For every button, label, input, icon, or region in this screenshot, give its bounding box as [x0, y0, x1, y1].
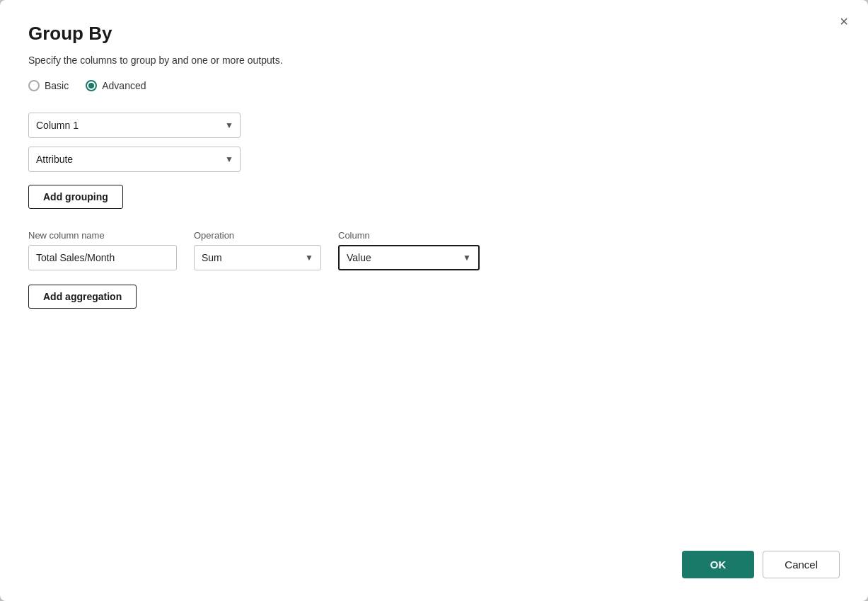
- column-agg-dropdown[interactable]: Value Column 1 Column 2: [347, 252, 471, 263]
- operation-dropdown[interactable]: Sum Count Average Min Max: [202, 252, 313, 263]
- group-by-dialog: × Group By Specify the columns to group …: [0, 0, 868, 601]
- operation-label: Operation: [194, 230, 321, 241]
- advanced-radio-option[interactable]: Advanced: [86, 80, 146, 91]
- new-column-input[interactable]: [28, 245, 177, 270]
- close-button[interactable]: ×: [834, 11, 854, 31]
- dialog-footer: OK Cancel: [28, 522, 840, 578]
- new-column-label: New column name: [28, 230, 177, 241]
- advanced-radio[interactable]: [86, 80, 97, 91]
- dialog-subtitle: Specify the columns to group by and one …: [28, 55, 840, 66]
- column-agg-field: Column Value Column 1 Column 2 ▼: [338, 230, 480, 270]
- attribute-dropdown-wrapper: Attribute Option 1 Option 2 ▼: [28, 147, 241, 172]
- advanced-label: Advanced: [102, 80, 146, 91]
- add-aggregation-button[interactable]: Add aggregation: [28, 285, 137, 309]
- cancel-button[interactable]: Cancel: [763, 551, 840, 578]
- add-grouping-button[interactable]: Add grouping: [28, 185, 123, 209]
- aggregation-row: New column name Operation Sum Count Aver…: [28, 230, 840, 270]
- attribute-dropdown[interactable]: Attribute Option 1 Option 2: [28, 147, 241, 172]
- column-agg-label: Column: [338, 230, 480, 241]
- column-agg-select-wrap: Value Column 1 Column 2 ▼: [338, 245, 480, 270]
- column-dropdown-wrapper: Column 1 Column 2 Column 3 ▼: [28, 113, 241, 138]
- mode-radio-group: Basic Advanced: [28, 80, 840, 91]
- dialog-title: Group By: [28, 23, 840, 45]
- column-dropdown[interactable]: Column 1 Column 2 Column 3: [28, 113, 241, 138]
- basic-radio-option[interactable]: Basic: [28, 80, 69, 91]
- basic-label: Basic: [45, 80, 69, 91]
- ok-button[interactable]: OK: [682, 551, 755, 578]
- new-column-field: New column name: [28, 230, 177, 270]
- basic-radio[interactable]: [28, 80, 40, 91]
- aggregation-section: New column name Operation Sum Count Aver…: [28, 230, 840, 309]
- operation-field: Operation Sum Count Average Min Max ▼: [194, 230, 321, 270]
- operation-select-wrap: Sum Count Average Min Max ▼: [194, 245, 321, 270]
- grouping-section: Column 1 Column 2 Column 3 ▼ Attribute O…: [28, 113, 840, 209]
